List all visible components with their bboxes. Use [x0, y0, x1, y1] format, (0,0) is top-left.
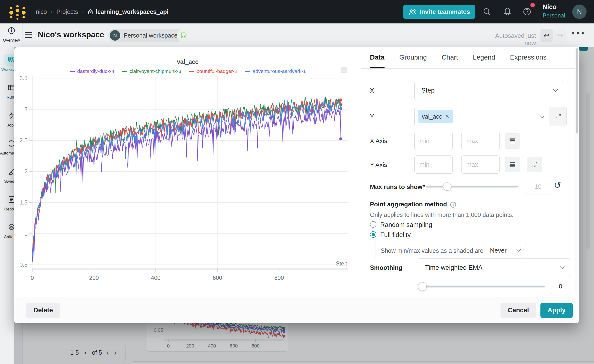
- panel-scrollbar: [575, 47, 579, 297]
- info-icon[interactable]: i: [450, 202, 456, 208]
- autosave-status: Autosaved just now: [484, 32, 536, 47]
- legend-item[interactable]: clairvoyant-chipmunk-3: [122, 68, 181, 74]
- svg-text:0.5: 0.5: [20, 261, 27, 268]
- legend-label: dastardly-duck-4: [77, 68, 114, 74]
- chart-title: val_acc: [14, 58, 361, 65]
- svg-text:800: 800: [274, 275, 284, 281]
- tab-chart[interactable]: Chart: [442, 47, 458, 68]
- log-scale-icon: [509, 162, 516, 167]
- smoothing-value-input[interactable]: [551, 278, 570, 294]
- x-axis-min-input[interactable]: [414, 132, 453, 150]
- full-fidelity-label: Full fidelity: [380, 231, 411, 239]
- svg-text:400: 400: [151, 275, 161, 281]
- edit-panel-modal: 0.511.522.533.50200400600800Step val_acc…: [14, 47, 579, 323]
- tab-data[interactable]: Data: [370, 47, 385, 68]
- point-aggregation-note: Only applies to lines with more than 1,0…: [370, 211, 513, 218]
- tab-legend[interactable]: Legend: [473, 47, 495, 68]
- sidebar-item-overview[interactable]: Overview: [0, 25, 23, 43]
- x-axis-label: X Axis: [370, 137, 387, 145]
- chevron-down-icon: [560, 266, 565, 269]
- scatter-outliers-icon: x: [531, 161, 538, 168]
- search-icon[interactable]: [483, 7, 492, 16]
- y-axis-outliers-button[interactable]: x: [527, 157, 542, 172]
- notifications-bell-icon[interactable]: [503, 7, 512, 16]
- help-icon[interactable]: [522, 7, 532, 16]
- chart-corner-control[interactable]: [341, 67, 347, 73]
- regex-toggle-button[interactable]: .*: [549, 107, 567, 126]
- legend-swatch: [245, 71, 250, 72]
- panel-scrollbar-thumb[interactable]: [576, 48, 578, 134]
- create-report-icon[interactable]: [177, 29, 189, 42]
- x-axis-log-scale-button[interactable]: [505, 133, 520, 148]
- user-info[interactable]: Nico Personal: [543, 3, 569, 19]
- workspace-title: Nico's workspace: [38, 30, 104, 39]
- cancel-button[interactable]: Cancel: [500, 303, 536, 318]
- log-scale-icon: [509, 138, 516, 144]
- y-axis-max-input[interactable]: [461, 155, 500, 174]
- max-runs-slider[interactable]: [426, 186, 518, 188]
- y-axis-min-input[interactable]: [414, 155, 453, 174]
- legend-swatch: [189, 71, 194, 72]
- tab-grouping[interactable]: Grouping: [399, 47, 427, 68]
- wandb-logo[interactable]: [8, 4, 27, 20]
- y-select-group: val_acc ✕ .*: [414, 107, 567, 126]
- reset-max-runs-icon[interactable]: ↺: [554, 180, 561, 190]
- modal-footer: Delete Cancel Apply: [14, 297, 579, 323]
- random-sampling-radio[interactable]: [370, 221, 376, 228]
- shaded-area-select[interactable]: Never: [483, 243, 526, 258]
- max-runs-label: Max runs to show*: [370, 183, 425, 191]
- sub-option-indent: [375, 241, 375, 259]
- svg-text:200: 200: [89, 275, 99, 281]
- legend-item[interactable]: adventurous-aardvark-1: [245, 68, 306, 74]
- smoothing-select[interactable]: Time weighted EMA: [418, 258, 570, 277]
- legend-label: bountiful-badger-2: [196, 68, 237, 74]
- breadcrumb-project[interactable]: learning_workspaces_api: [88, 8, 168, 15]
- workspace-overflow-menu-icon[interactable]: [572, 32, 584, 34]
- tab-expressions[interactable]: Expressions: [510, 47, 547, 68]
- legend-item[interactable]: dastardly-duck-4: [70, 68, 114, 74]
- chevron-down-icon: [516, 249, 521, 252]
- point-aggregation-title: Point aggregation methodi: [370, 201, 456, 208]
- remove-metric-icon[interactable]: ✕: [445, 113, 449, 120]
- y-metric-chip[interactable]: val_acc ✕: [418, 110, 453, 123]
- svg-text:0: 0: [31, 275, 34, 281]
- chevron-down-icon: [540, 115, 545, 118]
- full-fidelity-radio[interactable]: [370, 231, 376, 238]
- smoothing-slider-thumb[interactable]: [418, 282, 427, 291]
- max-runs-slider-thumb[interactable]: [443, 182, 451, 191]
- y-select[interactable]: val_acc ✕: [415, 107, 549, 126]
- user-scope: Personal: [543, 12, 569, 19]
- redo-button[interactable]: ↪: [554, 29, 566, 42]
- workspace-badge[interactable]: N Personal workspace: [108, 29, 183, 42]
- max-runs-value-input[interactable]: [526, 179, 550, 195]
- svg-text:2: 2: [24, 168, 27, 175]
- y-axis-log-scale-button[interactable]: [505, 157, 520, 172]
- svg-text:x: x: [536, 161, 537, 164]
- panels-menu-icon[interactable]: [25, 32, 32, 38]
- breadcrumb-separator: ›: [51, 8, 53, 15]
- y-axis-label: Y Axis: [370, 161, 387, 169]
- smoothing-slider[interactable]: [418, 286, 545, 288]
- redo-icon: ↪: [557, 31, 563, 40]
- legend-label: adventurous-aardvark-1: [252, 68, 306, 74]
- breadcrumb-team[interactable]: nico: [36, 8, 47, 15]
- svg-text:1.5: 1.5: [20, 199, 27, 206]
- val-acc-chart[interactable]: 0.511.522.533.50200400600800Step: [14, 47, 361, 297]
- breadcrumb-projects[interactable]: Projects: [56, 8, 78, 15]
- top-navigation-bar: nico › Projects › learning_workspaces_ap…: [0, 0, 594, 23]
- apply-button[interactable]: Apply: [540, 303, 573, 318]
- delete-button[interactable]: Delete: [26, 303, 60, 318]
- undo-button[interactable]: ↩: [540, 29, 553, 42]
- user-avatar[interactable]: N: [572, 5, 587, 19]
- legend-swatch: [70, 71, 75, 72]
- undo-icon: ↩: [544, 31, 549, 40]
- notification-badge: [530, 3, 535, 7]
- invite-teammates-button[interactable]: Invite teammates: [403, 5, 475, 19]
- legend-item[interactable]: bountiful-badger-2: [189, 68, 237, 74]
- breadcrumb: nico › Projects › learning_workspaces_ap…: [36, 0, 169, 23]
- settings-tabs: DataGroupingChartLegendExpressions: [361, 47, 575, 69]
- x-select[interactable]: Step: [414, 81, 563, 100]
- svg-text:3.5: 3.5: [20, 75, 27, 81]
- x-axis-max-input[interactable]: [461, 132, 500, 150]
- avatar: N: [110, 30, 120, 41]
